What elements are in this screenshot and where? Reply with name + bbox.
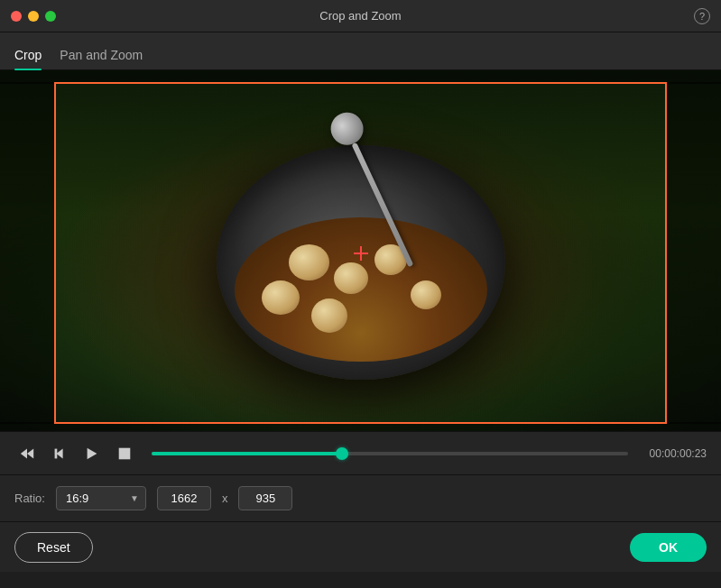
bowl-contents [235, 217, 487, 362]
ratio-select[interactable]: 16:9 4:3 1:1 9:16 Custom [56, 486, 146, 510]
overlay-left [0, 82, 56, 424]
minimize-button[interactable] [28, 11, 39, 22]
food-item [311, 299, 347, 333]
maximize-button[interactable] [45, 11, 56, 22]
window-title: Crop and Zoom [319, 9, 401, 23]
bottom-toolbar: Reset OK [0, 521, 721, 572]
help-icon: ? [699, 11, 705, 22]
video-preview [0, 70, 721, 431]
timeline-scrubber[interactable] [152, 452, 628, 455]
overlay-right [665, 82, 721, 424]
dimension-separator: x [222, 492, 228, 505]
step-back-icon [51, 446, 68, 462]
height-input[interactable] [238, 486, 292, 510]
step-back-button[interactable] [47, 441, 72, 466]
titlebar: Crop and Zoom ? [0, 0, 721, 32]
ratio-settings: Ratio: 16:9 4:3 1:1 9:16 Custom ▼ x [0, 474, 721, 521]
playback-controls: 00:00:00:23 [0, 431, 721, 474]
play-icon [84, 446, 100, 462]
stop-button[interactable] [112, 441, 137, 466]
rewind-button[interactable] [14, 441, 40, 466]
width-input[interactable] [157, 486, 211, 510]
food-item [334, 262, 368, 294]
play-button[interactable] [79, 441, 105, 466]
stop-icon [116, 446, 133, 462]
ratio-label: Ratio: [14, 492, 45, 505]
overlay-bottom [0, 422, 721, 431]
food-item [411, 280, 441, 309]
ratio-select-wrapper[interactable]: 16:9 4:3 1:1 9:16 Custom ▼ [56, 486, 146, 510]
overlay-top [0, 70, 721, 84]
svg-rect-3 [55, 448, 58, 458]
ok-button[interactable]: OK [630, 533, 707, 562]
svg-marker-1 [27, 448, 33, 458]
reset-button[interactable]: Reset [14, 532, 93, 563]
svg-marker-2 [56, 448, 62, 458]
food-item [289, 244, 329, 280]
rewind-icon [19, 446, 35, 462]
close-button[interactable] [11, 11, 22, 22]
svg-rect-5 [119, 447, 131, 459]
svg-marker-4 [88, 447, 97, 459]
tabs-bar: Crop Pan and Zoom [0, 32, 721, 70]
tab-pan-zoom[interactable]: Pan and Zoom [60, 48, 143, 69]
time-display: 00:00:00:23 [650, 447, 707, 460]
timeline-progress [152, 452, 342, 455]
traffic-lights [11, 11, 56, 22]
help-button[interactable]: ? [694, 8, 710, 24]
tab-crop[interactable]: Crop [14, 48, 42, 69]
food-item [262, 280, 300, 315]
timeline-thumb[interactable] [336, 447, 348, 460]
svg-marker-0 [21, 448, 27, 458]
